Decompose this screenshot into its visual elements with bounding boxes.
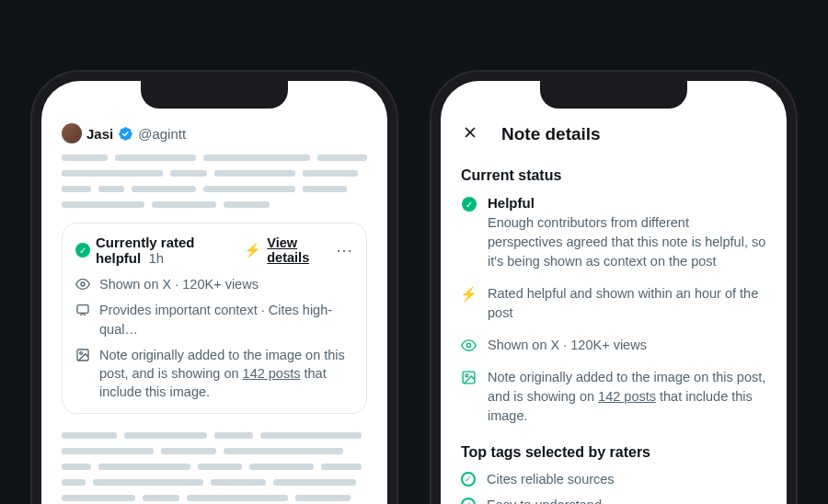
check-outline-icon: ✓ [461, 498, 476, 504]
tag-label: Easy to understand [487, 498, 602, 504]
status-shown: Shown on X · 120K+ views [461, 336, 766, 355]
author-handle[interactable]: @agintt [138, 126, 186, 142]
eye-icon [461, 338, 477, 353]
note-title-row: ✓ Currently rated helpful 1h ⚡ View deta… [75, 235, 353, 266]
status-shown-text: Shown on X · 120K+ views [488, 336, 647, 355]
image-icon [461, 370, 477, 385]
view-details-link[interactable]: View details [267, 235, 330, 265]
check-outline-icon: ✓ [461, 472, 476, 487]
verified-badge-icon [118, 126, 133, 142]
svg-rect-1 [77, 305, 88, 314]
tweet-header: Jasi @agintt [62, 123, 367, 143]
check-circle-icon: ✓ [461, 197, 477, 212]
svg-point-6 [466, 374, 468, 377]
tags-heading: Top tags selected by raters [461, 444, 766, 461]
community-note-card: ✓ Currently rated helpful 1h ⚡ View deta… [62, 223, 367, 414]
status-image: Note originally added to the image on th… [461, 368, 766, 426]
lightning-icon: ⚡ [461, 286, 477, 303]
svg-point-3 [80, 352, 83, 355]
svg-point-4 [466, 343, 470, 347]
below-content-placeholder [62, 432, 367, 504]
note-provides-line: Provides important context · Cites high-… [75, 301, 353, 338]
author-name[interactable]: Jasi [86, 126, 113, 142]
phone-notch [141, 81, 288, 109]
phone-right: Note details Current status ✓ Helpful En… [431, 72, 796, 504]
image-icon [75, 348, 90, 362]
status-heading: Current status [461, 167, 766, 184]
note-image-line: Note originally added to the image on th… [75, 346, 353, 402]
details-header: Note details [461, 123, 766, 145]
note-time: 1h [144, 250, 164, 266]
posts-link[interactable]: 142 posts [598, 389, 656, 404]
status-helpful: ✓ Helpful Enough contributors from diffe… [461, 195, 766, 271]
status-rated-text: Rated helpful and shown within an hour o… [488, 284, 766, 323]
note-shown-text: Shown on X · 120K+ views [99, 275, 259, 293]
status-image-text: Note originally added to the image on th… [488, 368, 766, 426]
lightning-icon: ⚡ [244, 242, 261, 258]
tag-label: Cites reliable sources [487, 472, 615, 487]
screen-right: Note details Current status ✓ Helpful En… [441, 81, 787, 504]
check-circle-icon: ✓ [75, 243, 90, 258]
tags-section: Top tags selected by raters ✓ Cites reli… [461, 444, 766, 504]
note-title: Currently rated helpful 1h [96, 235, 238, 266]
page-title: Note details [501, 124, 601, 144]
note-provides-text: Provides important context · Cites high-… [99, 301, 353, 338]
eye-icon [75, 277, 90, 292]
tweet-body-placeholder [62, 155, 367, 208]
more-icon[interactable]: ··· [336, 241, 353, 260]
phone-left: Jasi @agintt ✓ Currently rated helpful 1… [32, 72, 397, 504]
status-helpful-text: Enough contributors from different persp… [488, 213, 766, 271]
avatar[interactable] [62, 123, 82, 143]
note-image-text: Note originally added to the image on th… [99, 346, 353, 402]
phone-notch [540, 81, 687, 109]
tag-item: ✓ Easy to understand [461, 498, 766, 504]
tag-item: ✓ Cites reliable sources [461, 472, 766, 487]
status-rated: ⚡ Rated helpful and shown within an hour… [461, 284, 766, 323]
close-icon[interactable] [461, 123, 479, 145]
screen-left: Jasi @agintt ✓ Currently rated helpful 1… [41, 81, 387, 504]
status-helpful-label: Helpful [488, 195, 766, 211]
svg-point-0 [81, 282, 85, 286]
posts-link[interactable]: 142 posts [243, 366, 301, 381]
note-shown-line: Shown on X · 120K+ views [75, 275, 353, 293]
speech-icon [75, 303, 90, 317]
